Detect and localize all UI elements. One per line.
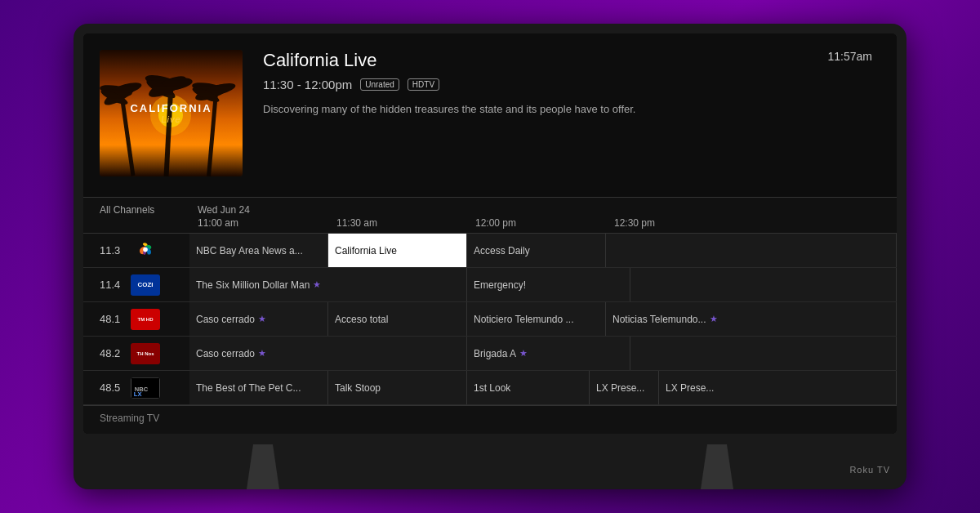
- time-1230: 12:30 pm: [614, 217, 897, 229]
- program-block[interactable]: Noticias Telemundo... ★: [606, 302, 897, 336]
- program-block[interactable]: Talk Stoop: [328, 371, 467, 404]
- program-block[interactable]: NBC Bay Area News a...: [189, 234, 328, 267]
- show-time-row: 11:30 - 12:00pm Unrated HDTV: [263, 78, 872, 91]
- lx-logo: NBC LX: [131, 377, 160, 399]
- channel-number: 48.5: [100, 381, 126, 394]
- time-columns: Wed Jun 24 11:00 am 11:30 am 12:00 pm 12…: [189, 204, 897, 229]
- guide-section: All Channels Wed Jun 24 11:00 am 11:30 a…: [83, 197, 897, 434]
- table-row[interactable]: 48.2 TH Nos Caso cerrado ★ Brigada A ★: [83, 337, 897, 371]
- show-title: California Live: [263, 50, 872, 71]
- hdtv-badge: HDTV: [408, 78, 439, 91]
- program-block[interactable]: Caso cerrado ★: [189, 337, 467, 370]
- table-row[interactable]: 11.4 COZI The Six Million Dollar Man ★ E…: [83, 268, 897, 302]
- tv-screen: 11:57am: [83, 33, 897, 434]
- channel-cell-114: 11.4 COZI: [83, 274, 189, 296]
- thumbnail-title-main: CALIFORNIA: [130, 102, 212, 115]
- guide-rows: 11.3: [83, 234, 897, 405]
- svg-text:LX: LX: [134, 390, 142, 398]
- program-block[interactable]: Acceso total: [328, 302, 467, 336]
- channel-cell-113: 11.3: [83, 240, 189, 261]
- unrated-badge: Unrated: [360, 78, 399, 91]
- nbc-logo: [131, 240, 160, 261]
- programs-482: Caso cerrado ★ Brigada A ★: [189, 337, 897, 370]
- stand-leg-right: [701, 444, 733, 489]
- table-row[interactable]: 11.3: [83, 234, 897, 268]
- channel-number: 11.3: [100, 244, 126, 256]
- channel-cell-481: 48.1 TM HD: [83, 309, 189, 330]
- screen-content: 11:57am: [83, 33, 897, 434]
- program-block[interactable]: [606, 234, 897, 267]
- streaming-label: Streaming TV: [100, 413, 159, 424]
- time-1100: 11:00 am: [198, 217, 336, 229]
- streaming-row[interactable]: Streaming TV: [83, 405, 897, 430]
- top-panel: CALIFORNIA Live California Live 11:30 - …: [83, 33, 897, 197]
- channel-number: 48.2: [100, 347, 126, 359]
- program-block[interactable]: LX Prese...: [590, 371, 659, 404]
- table-row[interactable]: 48.5 NBC LX The Best of The Pet C...: [83, 371, 897, 405]
- guide-header: All Channels Wed Jun 24 11:00 am 11:30 a…: [83, 198, 897, 234]
- program-block[interactable]: Noticiero Telemundo ...: [467, 302, 606, 336]
- program-block-selected[interactable]: California Live: [328, 234, 467, 267]
- tv-brand-label: Roku TV: [849, 465, 890, 475]
- time-1130: 11:30 am: [336, 217, 475, 229]
- thumbnail-title-sub: Live: [130, 114, 212, 124]
- channel-number: 11.4: [100, 279, 126, 291]
- stand-leg-left: [247, 444, 279, 489]
- svg-point-18: [143, 247, 148, 252]
- program-block[interactable]: Caso cerrado ★: [189, 302, 328, 336]
- tv-stand: [83, 434, 897, 489]
- program-block[interactable]: LX Prese...: [659, 371, 897, 404]
- programs-114: The Six Million Dollar Man ★ Emergency!: [189, 268, 897, 301]
- telemundo2-logo: TH Nos: [131, 343, 160, 364]
- thumbnail-text: CALIFORNIA Live: [130, 102, 212, 125]
- programs-481: Caso cerrado ★ Acceso total Noticiero Te…: [189, 302, 897, 336]
- programs-113: NBC Bay Area News a... California Live A…: [189, 234, 897, 267]
- peacock-icon: [134, 242, 157, 260]
- telemundo-logo: TM HD: [131, 309, 160, 330]
- channel-cell-482: 48.2 TH Nos: [83, 343, 189, 364]
- guide-date: Wed Jun 24: [198, 204, 897, 216]
- program-block[interactable]: Access Daily: [467, 234, 606, 267]
- show-time: 11:30 - 12:00pm: [263, 78, 352, 91]
- cozi-logo: COZI: [131, 274, 160, 296]
- lx-logo-svg: NBC LX: [131, 377, 159, 399]
- table-row[interactable]: 48.1 TM HD Caso cerrado ★ Acceso total N…: [83, 302, 897, 337]
- show-info: California Live 11:30 - 12:00pm Unrated …: [243, 50, 872, 181]
- programs-485: The Best of The Pet C... Talk Stoop 1st …: [189, 371, 897, 404]
- time-slots: 11:00 am 11:30 am 12:00 pm 12:30 pm: [198, 217, 897, 229]
- program-block[interactable]: Emergency!: [467, 268, 630, 301]
- program-block[interactable]: [630, 268, 897, 301]
- program-block[interactable]: The Best of The Pet C...: [189, 371, 328, 404]
- program-block[interactable]: 1st Look: [467, 371, 590, 404]
- show-thumbnail: CALIFORNIA Live: [100, 50, 243, 176]
- program-block[interactable]: The Six Million Dollar Man ★: [189, 268, 467, 301]
- all-channels-label: All Channels: [83, 204, 189, 229]
- channel-number: 48.1: [100, 313, 126, 325]
- time-1200: 12:00 pm: [475, 217, 614, 229]
- program-block[interactable]: [630, 337, 897, 370]
- tv-frame: 11:57am: [74, 24, 906, 489]
- channel-cell-485: 48.5 NBC LX: [83, 377, 189, 399]
- show-description: Discovering many of the hidden treasures…: [263, 101, 671, 118]
- program-block[interactable]: Brigada A ★: [467, 337, 630, 370]
